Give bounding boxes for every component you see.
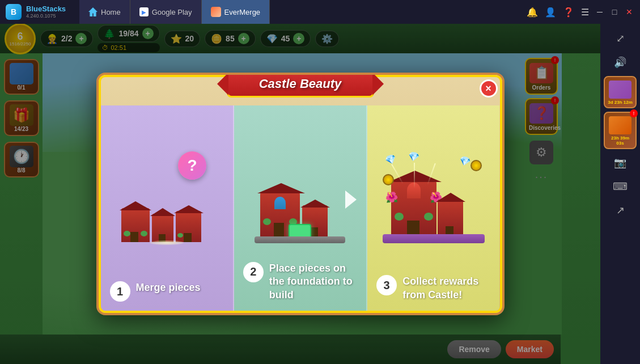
step-1-panel: ?	[101, 105, 234, 311]
keyboard-icon[interactable]: ⌨	[606, 176, 634, 197]
help-icon[interactable]: ❓	[563, 7, 574, 18]
step-2-text: Place pieces on the foundation to build	[269, 262, 357, 302]
sidebar-card-2-timer: 23h 39m 03s	[607, 136, 633, 146]
cursor-icon[interactable]: ↗	[606, 200, 634, 221]
step-1-image: ?	[101, 134, 233, 265]
bluestacks-icon: B	[6, 4, 22, 20]
expand-icon[interactable]: ⤢	[606, 28, 634, 49]
bluestacks-text: BlueStacks 4.240.0.1075	[26, 5, 66, 19]
modal-title: Castle Beauty	[259, 77, 342, 91]
modal-body: ?	[99, 75, 502, 313]
modal-overlay: Castle Beauty × ?	[0, 24, 600, 364]
tab-evermerge[interactable]: EverMerge	[202, 0, 270, 24]
minimize-button[interactable]: ─	[596, 8, 604, 16]
tab-google-play-label: Google Play	[152, 8, 192, 16]
menu-icon[interactable]: ☰	[581, 7, 589, 18]
step-1-text: Merge pieces	[136, 281, 201, 294]
sidebar-card-1-timer: 3d 23h 12m	[607, 100, 633, 105]
tab-home-label: Home	[101, 8, 121, 16]
tab-home[interactable]: Home	[79, 0, 130, 24]
titlebar-actions: 🔔 👤 ❓ ☰ ─ □ ✕	[520, 7, 640, 18]
close-button[interactable]: ✕	[625, 8, 633, 16]
sidebar-card-2-badge: !	[630, 109, 638, 117]
volume-icon[interactable]: 🔊	[606, 52, 634, 73]
tab-evermerge-label: EverMerge	[224, 8, 261, 16]
screenshot-icon[interactable]: 📷	[606, 153, 634, 173]
castle-beauty-modal: Castle Beauty × ?	[96, 73, 505, 315]
google-play-icon: ▶	[139, 7, 149, 16]
step-2-panel: 2 Place pieces on the foundation to buil…	[234, 105, 367, 311]
bluestacks-sidebar: ⤢ 🔊 3d 23h 12m ! 23h 39m 03s 📷 ⌨ ↗	[600, 24, 640, 364]
question-bubble: ?	[178, 151, 206, 180]
step-3-number: 3	[376, 275, 397, 295]
step-3-panel: 🌺 🌺	[367, 105, 499, 311]
bluestacks-logo: B BlueStacks 4.240.0.1075	[0, 4, 79, 20]
account-icon[interactable]: 👤	[545, 7, 556, 18]
step-2-image	[234, 134, 366, 265]
notification-icon[interactable]: 🔔	[527, 7, 538, 18]
step-3-footer: 3 Collect rewards from Castle!	[376, 275, 490, 302]
sidebar-card-1-icon	[609, 81, 631, 99]
step-1-footer: 1 Merge pieces	[110, 281, 224, 302]
maximize-button[interactable]: □	[611, 8, 618, 16]
game-area: 6 1516/2250 👷 2/2 + 🌲 19/84 + ⏱ 02:51 ⭐ …	[0, 24, 600, 364]
step-3-text: Collect rewards from Castle!	[402, 275, 490, 302]
tab-google-play[interactable]: ▶ Google Play	[130, 0, 202, 24]
home-icon	[88, 7, 98, 16]
step-1-number: 1	[110, 281, 130, 302]
modal-close-button[interactable]: ×	[480, 79, 498, 98]
modal-title-banner: Castle Beauty	[227, 73, 374, 98]
sidebar-card-2[interactable]: ! 23h 39m 03s	[604, 112, 637, 149]
evermerge-icon	[211, 7, 221, 17]
step-3-image: 🌺 🌺	[367, 134, 499, 265]
titlebar: B BlueStacks 4.240.0.1075 Home ▶ Google …	[0, 0, 640, 24]
sidebar-card-1[interactable]: 3d 23h 12m	[604, 76, 637, 108]
step-2-footer: 2 Place pieces on the foundation to buil…	[243, 262, 357, 302]
sidebar-card-2-icon	[609, 116, 631, 134]
